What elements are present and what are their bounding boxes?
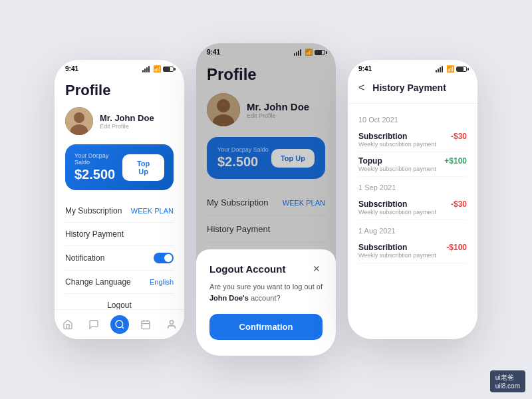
battery-icon-right (456, 66, 467, 72)
left-notification-toggle[interactable] (154, 253, 174, 263)
logout-modal: Logout Account ✕ Are you sure you want t… (196, 249, 336, 356)
item-name-2: Subscribtion (358, 200, 436, 209)
left-menu-subscription[interactable]: My Subscription WEEK PLAN (65, 200, 174, 223)
item-desc-2: Weekly subscribtion payment (358, 209, 436, 215)
modal-header: Logout Account ✕ (209, 263, 323, 275)
modal-body: Are you sure you want to log out of John… (209, 281, 323, 303)
history-item-subscription-3: Subscribtion Weekly subscribtion payment… (358, 239, 467, 263)
amount-3: -$100 (446, 243, 467, 252)
left-menu-subscription-label: My Subscription (65, 206, 122, 215)
left-bottom-nav (55, 309, 184, 339)
left-nav-profile[interactable] (162, 315, 181, 334)
status-icons-left: 📶 (142, 65, 174, 72)
item-desc-topup: Weekly subscribtion payment (358, 166, 436, 172)
left-nav-messages[interactable] (84, 315, 103, 334)
watermark: ui老爸 uil8.com (490, 370, 525, 392)
item-name-topup: Topup (358, 156, 436, 166)
history-content: 10 Oct 2021 Subscribtion Weekly subscrib… (348, 104, 477, 330)
left-user-name: Mr. John Doe (100, 113, 154, 123)
modal-overlay: Logout Account ✕ Are you sure you want t… (196, 43, 336, 356)
left-user-row: Mr. John Doe Edit Profile (65, 107, 174, 135)
history-header: < History Payment (348, 75, 477, 104)
status-icons-right: 📶 (436, 65, 467, 72)
left-phone: 9:41 📶 Profile (55, 60, 184, 339)
left-balance-info: Your Docpay Saldo $2.500 (74, 152, 122, 182)
svg-line-4 (122, 327, 124, 329)
left-nav-center[interactable] (110, 315, 129, 334)
modal-body-suffix: account? (249, 294, 281, 302)
history-item-topup-1: Topup Weekly subscribtion payment +$100 (358, 152, 467, 177)
left-balance-label: Your Docpay Saldo (74, 152, 122, 166)
battery-icon (163, 66, 174, 72)
watermark-line1: ui老爸 (495, 373, 520, 382)
amount-topup: +$100 (444, 156, 467, 166)
watermark-line2: uil8.com (495, 382, 520, 390)
history-title: History Payment (372, 82, 446, 93)
left-menu-history[interactable]: History Payment (65, 223, 174, 246)
amount-2: -$30 (451, 200, 467, 209)
status-time-left: 9:41 (65, 65, 78, 72)
left-menu-notification[interactable]: Notification (65, 246, 174, 271)
left-menu-notification-label: Notification (65, 253, 104, 263)
back-button[interactable]: < (358, 82, 364, 94)
modal-close-button[interactable]: ✕ (311, 263, 323, 275)
item-name-1: Subscribtion (358, 132, 436, 141)
wifi-icon: 📶 (153, 65, 161, 72)
center-phone: 9:41 📶 Profile (196, 43, 336, 356)
left-balance-amount: $2.500 (74, 167, 122, 182)
left-menu-history-label: History Payment (65, 229, 124, 239)
item-name-3: Subscribtion (358, 243, 436, 252)
left-edit-profile: Edit Profile (100, 123, 154, 130)
signal-icon (142, 66, 150, 72)
modal-title: Logout Account (209, 263, 285, 275)
svg-rect-5 (142, 321, 150, 329)
left-menu-language-label: Change Language (65, 277, 131, 287)
svg-point-3 (116, 321, 123, 328)
left-user-info: Mr. John Doe Edit Profile (100, 113, 154, 130)
history-item-subscription-2: Subscribtion Weekly subscribtion payment… (358, 196, 467, 220)
modal-bold-name: John Doe's (209, 294, 249, 302)
history-item-left-1: Subscribtion Weekly subscribtion payment (358, 132, 436, 148)
left-menu-subscription-right: WEEK PLAN (131, 207, 174, 215)
confirmation-button[interactable]: Confirmation (209, 314, 323, 340)
left-profile-content: Profile Mr. John Doe Edit Profile Your D… (55, 75, 184, 323)
signal-icon-right (436, 66, 443, 72)
history-item-left-topup: Topup Weekly subscribtion payment (358, 156, 436, 172)
item-desc-1: Weekly subscribtion payment (358, 141, 436, 148)
left-nav-calendar[interactable] (136, 315, 155, 334)
svg-point-9 (170, 321, 173, 324)
history-item-left-3: Subscribtion Weekly subscribtion payment (358, 243, 436, 259)
item-desc-3: Weekly subscribtion payment (358, 252, 436, 259)
left-avatar (65, 107, 93, 135)
status-time-right: 9:41 (358, 65, 372, 72)
date-label-2: 1 Sep 2021 (358, 184, 467, 192)
history-item-subscription-1: Subscribtion Weekly subscribtion payment… (358, 128, 467, 152)
wifi-icon-right: 📶 (446, 65, 454, 72)
left-menu-language[interactable]: Change Language English (65, 271, 174, 294)
date-label-3: 1 Aug 2021 (358, 227, 467, 235)
history-item-left-2: Subscribtion Weekly subscribtion payment (358, 200, 436, 215)
status-bar-left: 9:41 📶 (55, 60, 184, 75)
amount-1: -$30 (451, 132, 467, 141)
left-menu-language-right: English (150, 278, 174, 286)
left-balance-card: Your Docpay Saldo $2.500 Top Up (65, 144, 174, 190)
right-phone: 9:41 📶 < History Payment 10 Oct 2021 (348, 60, 477, 339)
left-topup-button[interactable]: Top Up (122, 154, 164, 181)
left-nav-home[interactable] (59, 315, 77, 334)
svg-point-1 (74, 112, 84, 123)
status-bar-right: 9:41 📶 (348, 60, 477, 75)
left-page-title: Profile (65, 82, 174, 99)
modal-body-text: Are you sure you want to log out of (209, 283, 323, 291)
date-label-1: 10 Oct 2021 (358, 116, 467, 124)
